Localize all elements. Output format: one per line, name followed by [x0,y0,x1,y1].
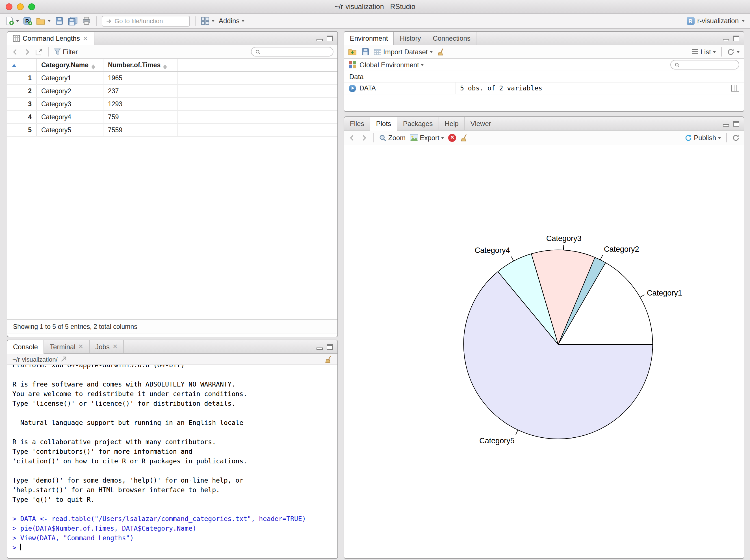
expand-object-icon[interactable] [349,84,356,92]
pie-label: Category5 [479,437,515,445]
maximize-pane-icon[interactable] [733,121,739,126]
addins-menu[interactable]: Addins [219,17,244,25]
environment-search-box[interactable] [670,60,739,69]
data-search-input[interactable] [263,48,330,55]
table-row[interactable]: 5Category57559 [7,124,337,137]
console-line: Type 'demo()' for some demos, 'help()' f… [13,476,332,485]
tab-history[interactable]: History [394,32,427,45]
console-line: 'citation()' on how to cite R or R packa… [13,457,332,466]
refresh-plot-icon[interactable] [732,134,740,142]
tab-environment[interactable]: Environment [344,32,394,45]
popout-icon[interactable] [35,48,43,56]
publish-button[interactable]: Publish [684,134,721,142]
data-table-body: 1Category119652Category22373Category3129… [7,72,337,137]
previous-plot-icon[interactable] [348,134,356,142]
new-file-button[interactable] [5,16,19,25]
clear-environment-broom-icon[interactable] [437,48,445,56]
goto-file-function-box[interactable] [102,16,190,26]
close-tab-icon[interactable]: ✕ [113,344,118,350]
console-line: Platform: x86_64-apple-darwin15.6.0 (64-… [13,365,332,370]
console-line: > View(DATA, "Command Lengths") [13,534,332,543]
minimize-window-button[interactable] [17,3,24,10]
export-plot-button[interactable]: Export [410,134,444,142]
maximize-pane-icon[interactable] [327,35,333,41]
column-header-category-name[interactable]: Category.Name [37,59,103,71]
environment-object-row[interactable]: DATA 5 obs. of 2 variables [344,82,744,94]
tab-files[interactable]: Files [344,117,371,130]
save-workspace-icon[interactable] [361,47,370,56]
table-row[interactable]: 3Category31293 [7,98,337,111]
maximize-pane-icon[interactable] [733,35,739,41]
pane-window-controls [316,340,337,353]
list-view-button[interactable]: List [691,48,716,56]
console-lines: Platform: x86_64-apple-darwin15.6.0 (64-… [13,365,332,553]
close-window-button[interactable] [6,3,13,10]
forward-icon[interactable] [23,48,31,56]
import-dataset-label: Import Dataset [383,48,428,56]
open-file-button[interactable] [36,16,51,25]
tab-title: Command Lengths [23,35,80,42]
tab-plots[interactable]: Plots [371,117,397,131]
export-image-icon [410,134,418,141]
minimize-pane-icon[interactable] [316,344,323,349]
view-data-grid-icon[interactable] [731,85,739,92]
save-all-icon [68,16,78,25]
import-dataset-button[interactable]: Import Dataset [374,48,433,56]
console-line: 'help.start()' for an HTML browser inter… [13,485,332,495]
project-menu[interactable]: R r-visualization [686,17,745,25]
goto-file-function-input[interactable] [115,18,186,24]
save-button[interactable] [55,16,64,25]
tab-connections[interactable]: Connections [427,32,476,45]
remove-plot-button[interactable]: ✕ [449,134,456,142]
row-number-header[interactable] [7,59,37,71]
clear-console-broom-icon[interactable] [324,355,332,363]
zoom-window-button[interactable] [28,3,35,10]
clear-all-plots-broom-icon[interactable] [460,134,468,142]
environment-search-input[interactable] [683,61,735,68]
toolbar-separator [195,16,196,26]
table-row[interactable]: 1Category11965 [7,72,337,85]
console-line: Type 'license()' or 'licence()' for dist… [13,399,332,408]
pie-label: Category2 [604,245,639,254]
addins-caret-icon [241,20,244,22]
refresh-environment-button[interactable] [727,48,740,56]
back-icon[interactable] [11,48,19,56]
filter-button[interactable]: Filter [54,48,78,56]
minimize-pane-icon[interactable] [316,35,323,41]
close-tab-icon[interactable]: ✕ [83,35,88,42]
save-all-button[interactable] [68,16,78,25]
data-search-box[interactable] [251,47,333,57]
new-project-button[interactable]: R [23,16,32,25]
zoom-plot-button[interactable]: Zoom [379,134,406,142]
row-number: 4 [7,111,37,123]
pie-chart: Category1Category2Category3Category4Cate… [344,145,744,559]
goto-directory-icon[interactable] [60,356,67,362]
console-line: Type 'contributors()' for more informati… [13,447,332,457]
console-output[interactable]: Platform: x86_64-apple-darwin15.6.0 (64-… [7,365,337,558]
tab-jobs[interactable]: Jobs ✕ [90,340,124,353]
cell-category-name: Category5 [37,124,103,136]
minimize-pane-icon[interactable] [723,35,729,41]
table-row[interactable]: 4Category4759 [7,111,337,124]
load-workspace-icon[interactable] [348,47,357,56]
tab-label: Connections [433,34,470,42]
new-file-caret-icon [16,20,19,22]
tab-terminal[interactable]: Terminal ✕ [44,340,90,353]
tab-command-lengths[interactable]: Command Lengths ✕ [7,32,94,45]
print-button[interactable] [82,16,91,25]
column-header-number-of-times[interactable]: Number.of.Times [103,59,178,71]
pane-layout-button[interactable] [201,16,215,25]
environment-scope-selector[interactable]: Global Environment [359,61,424,69]
minimize-pane-icon[interactable] [723,121,729,126]
tab-help[interactable]: Help [439,117,465,130]
console-line: Natural language support but running in … [13,418,332,428]
tab-viewer[interactable]: Viewer [465,117,497,130]
tab-console[interactable]: Console [7,340,44,354]
next-plot-icon[interactable] [360,134,368,142]
cell-category-name: Category1 [37,72,103,84]
refresh-caret-icon [736,51,740,53]
close-tab-icon[interactable]: ✕ [78,344,83,350]
table-row[interactable]: 2Category2237 [7,85,337,98]
maximize-pane-icon[interactable] [327,344,333,349]
tab-packages[interactable]: Packages [397,117,439,130]
